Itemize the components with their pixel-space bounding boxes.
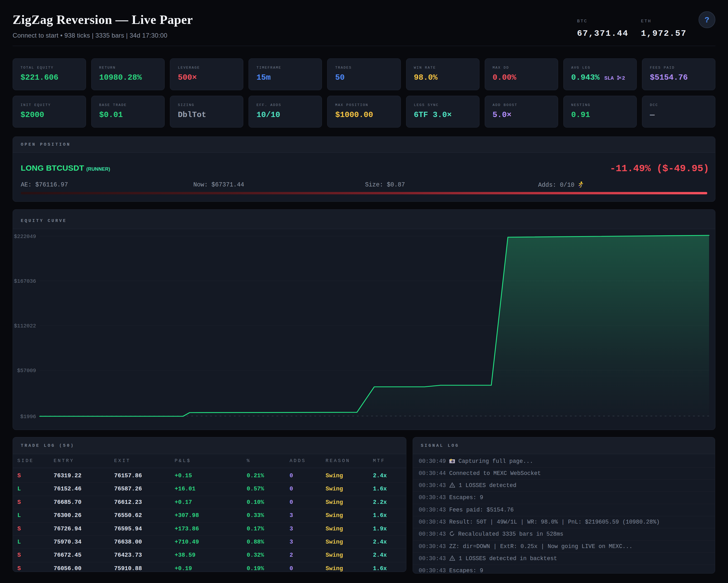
svg-text:$1996: $1996: [20, 414, 36, 420]
svg-text:$112022: $112022: [14, 323, 36, 329]
svg-text:$167036: $167036: [14, 278, 36, 284]
svg-text:$222049: $222049: [14, 234, 36, 240]
svg-text:$57009: $57009: [17, 368, 36, 374]
